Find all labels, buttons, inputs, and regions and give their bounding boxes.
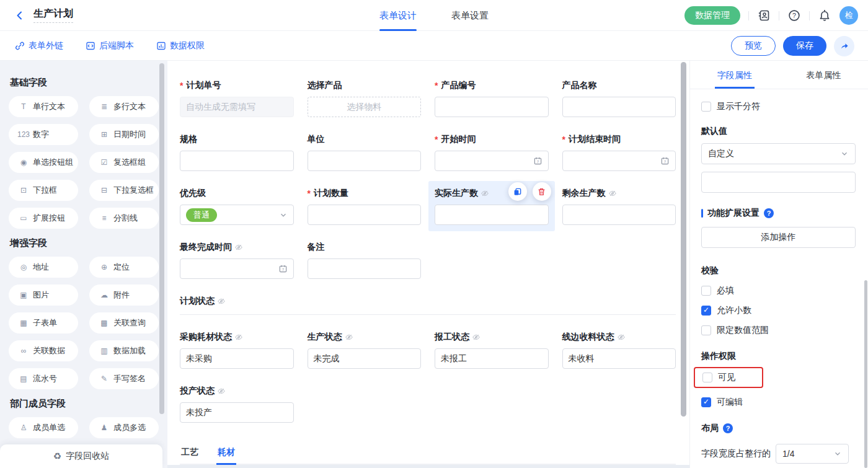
text-input[interactable]	[180, 151, 294, 171]
delete-field-button[interactable]	[533, 182, 551, 201]
permission-row-0[interactable]: 可见	[702, 372, 756, 383]
text-input[interactable]: 未收料	[562, 348, 676, 369]
text-input[interactable]	[562, 97, 676, 117]
text-input[interactable]: 未投产	[180, 402, 294, 423]
field-type-扩展按钮[interactable]: ▭ 扩展按钮	[9, 208, 78, 229]
field-type-关联查询[interactable]: ▩ 关联查询	[89, 312, 159, 333]
text-input[interactable]	[308, 151, 422, 171]
help-button[interactable]: ?	[787, 9, 801, 22]
text-input[interactable]	[308, 258, 422, 279]
text-input[interactable]: 未采购	[180, 348, 294, 369]
canvas-field-单位[interactable]: 单位	[308, 133, 422, 171]
checkbox[interactable]	[701, 102, 711, 112]
sidebar-scrollbar[interactable]	[159, 63, 164, 414]
canvas-field-选择产品[interactable]: 选择产品选择物料	[308, 79, 422, 117]
field-type-成员多选[interactable]: ♟ 成员多选	[89, 417, 159, 438]
canvas-field-投产状态[interactable]: 投产状态未投产	[180, 385, 294, 423]
checkbox[interactable]	[701, 306, 711, 316]
add-operation-button[interactable]: 添加操作	[701, 227, 856, 248]
text-input[interactable]	[308, 205, 422, 225]
field-type-数字[interactable]: 123 数字	[9, 124, 78, 145]
checkbox[interactable]	[701, 286, 711, 296]
canvas-field-备注[interactable]: 备注	[308, 241, 422, 279]
thousand-separator-checkbox-row[interactable]: 显示千分符	[701, 101, 856, 112]
address-book-button[interactable]	[757, 9, 771, 22]
canvas-field-优先级[interactable]: 优先级普通	[180, 187, 294, 225]
field-type-单选按钮组[interactable]: ◉ 单选按钮组	[9, 152, 78, 173]
default-value-input[interactable]	[701, 172, 856, 193]
permission-row-1[interactable]: 可编辑	[701, 397, 856, 408]
date-input[interactable]: 7	[180, 258, 294, 279]
validation-row-1[interactable]: 允许小数	[701, 305, 856, 316]
field-type-日期时间[interactable]: ⊞ 日期时间	[89, 124, 159, 145]
canvas-field-计划结束时间[interactable]: *计划结束时间7	[562, 133, 676, 171]
subform-tab-1[interactable]: 耗材	[216, 441, 236, 464]
checkbox[interactable]	[702, 373, 712, 382]
field-type-数据加载[interactable]: ▥ 数据加载	[89, 340, 159, 361]
field-type-复选框组[interactable]: ☑ 复选框组	[89, 152, 159, 173]
canvas-field-计划单号[interactable]: *计划单号自动生成无需填写	[180, 79, 294, 117]
field-type-分割线[interactable]: ≡ 分割线	[89, 208, 159, 229]
canvas-scrollbar[interactable]	[681, 62, 686, 417]
date-input[interactable]: 7	[435, 151, 549, 171]
window-scrollbar[interactable]	[864, 280, 867, 468]
text-input[interactable]	[435, 205, 549, 225]
validation-row-2[interactable]: 限定数值范围	[701, 325, 856, 336]
field-type-定位[interactable]: ⊕ 定位	[89, 257, 159, 278]
default-value-select[interactable]: 自定义	[701, 143, 856, 164]
canvas-field-规格[interactable]: 规格	[180, 133, 294, 171]
tab-form-properties[interactable]: 表单属性	[779, 61, 868, 89]
data-manage-button[interactable]: 数据管理	[684, 6, 740, 25]
field-type-附件[interactable]: ☁ 附件	[89, 285, 159, 306]
field-type-下拉框[interactable]: ⊡ 下拉框	[9, 180, 78, 201]
canvas-field-采购耗材状态[interactable]: 采购耗材状态未采购	[180, 331, 294, 369]
field-type-下拉复选框[interactable]: ⊟ 下拉复选框	[89, 180, 159, 201]
notification-button[interactable]	[818, 9, 831, 22]
layout-help-icon[interactable]: ?	[723, 423, 733, 433]
toolbar-link-1[interactable]: 后端脚本	[86, 40, 134, 51]
section-field-计划状态[interactable]: 计划状态	[180, 295, 676, 315]
field-type-图片[interactable]: ▣ 图片	[9, 285, 78, 306]
field-type-流水号[interactable]: ▤ 流水号	[9, 368, 78, 389]
text-input[interactable]: 未报工	[435, 348, 549, 369]
text-input[interactable]	[435, 97, 549, 117]
extension-help-icon[interactable]: ?	[764, 208, 774, 218]
user-avatar[interactable]: 检	[839, 6, 858, 25]
checkbox[interactable]	[701, 397, 711, 407]
tab-form-settings[interactable]: 表单设置	[451, 0, 489, 31]
tab-form-design[interactable]: 表单设计	[379, 0, 417, 31]
text-input[interactable]: 未完成	[308, 348, 422, 369]
tab-field-properties[interactable]: 字段属性	[690, 61, 779, 89]
field-type-地址[interactable]: ◎ 地址	[9, 257, 78, 278]
validation-row-0[interactable]: 必填	[701, 285, 856, 296]
checkbox[interactable]	[701, 325, 711, 335]
canvas-field-线边收料状态[interactable]: 线边收料状态未收料	[562, 331, 676, 369]
canvas-field-开始时间[interactable]: *开始时间7	[435, 133, 549, 171]
priority-select[interactable]: 普通	[180, 205, 294, 225]
subform-tab-0[interactable]: 工艺	[180, 441, 200, 464]
field-type-成员单选[interactable]: ♙ 成员单选	[9, 417, 78, 438]
text-input[interactable]	[562, 205, 676, 225]
canvas-field-最终完成时间[interactable]: 最终完成时间7	[180, 241, 294, 279]
field-type-单行文本[interactable]: T 单行文本	[9, 96, 78, 117]
preview-button[interactable]: 预览	[731, 36, 776, 56]
canvas-field-产品编号[interactable]: *产品编号	[435, 79, 549, 117]
canvas-field-计划数量[interactable]: *计划数量	[308, 187, 422, 225]
field-type-手写签名[interactable]: ✎ 手写签名	[89, 368, 159, 389]
back-button[interactable]	[14, 9, 26, 22]
field-recycle-bin[interactable]: ♻ 字段回收站	[0, 444, 162, 468]
share-button[interactable]	[834, 36, 854, 56]
toolbar-link-2[interactable]: 数据权限	[156, 40, 205, 51]
canvas-field-报工状态[interactable]: 报工状态未报工	[435, 331, 549, 369]
select-product-button[interactable]: 选择物料	[308, 97, 422, 117]
canvas-field-剩余生产数[interactable]: 剩余生产数	[562, 187, 676, 225]
save-button[interactable]: 保存	[783, 36, 826, 56]
field-type-多行文本[interactable]: ≣ 多行文本	[89, 96, 159, 117]
date-input[interactable]: 7	[562, 151, 676, 171]
field-type-子表单[interactable]: ▦ 子表单	[9, 312, 78, 333]
copy-field-button[interactable]	[508, 182, 527, 201]
canvas-field-产品名称[interactable]: 产品名称	[562, 79, 676, 117]
canvas-field-实际生产数[interactable]: 实际生产数	[428, 181, 555, 231]
toolbar-link-0[interactable]: 表单外链	[15, 40, 63, 51]
field-width-select[interactable]: 1/4	[776, 444, 849, 464]
